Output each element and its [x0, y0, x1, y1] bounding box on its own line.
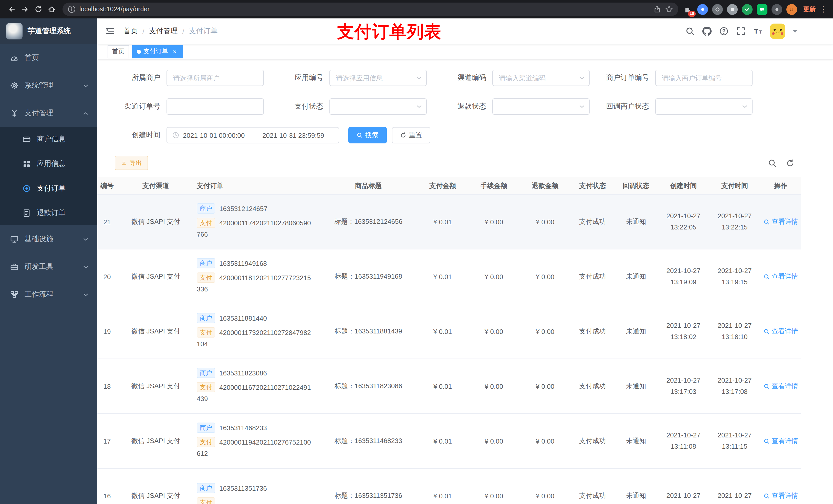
extension-icon[interactable]: [712, 4, 723, 15]
address-bar[interactable]: localhost:1024/pay/order: [63, 3, 678, 16]
sidebar-item-home[interactable]: 首页: [0, 44, 97, 72]
fullscreen-icon[interactable]: [736, 27, 745, 36]
back-icon[interactable]: [5, 3, 19, 16]
action-cell: 查看详情: [760, 249, 801, 304]
view-detail-link[interactable]: 查看详情: [763, 327, 798, 336]
app-id-select[interactable]: [329, 70, 427, 86]
create-time-range-picker[interactable]: 2021-10-01 00:00:00 - 2021-10-31 23:59:5…: [166, 127, 339, 143]
pay-tag: 支付: [197, 272, 215, 283]
extension-icon[interactable]: [697, 4, 708, 15]
refund-status-select[interactable]: [492, 98, 590, 115]
create-time: 13:19:09: [670, 277, 696, 288]
pay-amount: ¥ 0.01: [417, 414, 468, 468]
active-dot: [137, 49, 141, 53]
pay-date: 2021-10-27: [718, 211, 752, 222]
pay-order-cell: 商户1635311468233 支付4200001194202110276752…: [192, 414, 320, 468]
merchant-filter-input[interactable]: [166, 70, 264, 86]
extension-icon[interactable]: [771, 4, 782, 15]
reset-button[interactable]: 重置: [392, 127, 430, 143]
view-detail-link[interactable]: 查看详情: [763, 436, 798, 446]
notify-status: 未通知: [614, 249, 658, 304]
merchant-order-no: 1635311351736: [219, 484, 267, 492]
channel-code-select[interactable]: [492, 70, 590, 86]
refresh-icon[interactable]: [786, 159, 794, 167]
browser-menu-icon[interactable]: ⋮: [819, 5, 828, 14]
help-icon[interactable]: [719, 27, 729, 36]
filter-label: 回调商户状态: [594, 102, 649, 111]
pay-channel: 微信 JSAPI 支付: [120, 195, 192, 249]
navbar: 首页 / 支付管理 / 支付订单 TT: [97, 19, 833, 44]
view-detail-link[interactable]: 查看详情: [763, 272, 798, 281]
tab-pay-order[interactable]: 支付订单 ×: [132, 45, 183, 58]
goods-title: 标题：1635311823086: [320, 359, 417, 413]
col-header-pay-time: 支付时间: [709, 177, 760, 194]
sidebar-item-devtools[interactable]: 研发工具: [0, 253, 97, 281]
pay-channel: 微信 JSAPI 支付: [120, 469, 192, 504]
user-avatar[interactable]: [770, 24, 785, 39]
create-time-cell: 2021-10-27 13:19:09: [658, 249, 709, 304]
extension-chat-icon[interactable]: [757, 4, 767, 15]
extensions-puzzle-icon[interactable]: 10: [682, 4, 693, 15]
extension-check-icon[interactable]: [742, 4, 753, 15]
hide-search-icon[interactable]: [768, 159, 777, 167]
view-detail-link[interactable]: 查看详情: [763, 491, 798, 500]
close-icon[interactable]: ×: [171, 48, 178, 55]
goods-title: 标题：1635311351736: [320, 469, 417, 504]
search-icon[interactable]: [686, 27, 695, 36]
github-icon[interactable]: [703, 27, 712, 36]
pay-status: 支付成功: [571, 469, 614, 504]
merchant-order-no-input[interactable]: [655, 70, 753, 86]
bookmark-star-icon[interactable]: [665, 5, 673, 13]
filter-label: 商户订单编号: [594, 73, 649, 82]
sidebar-item-refund-order[interactable]: 退款订单: [0, 201, 97, 225]
sidebar-item-payment[interactable]: 支付管理: [0, 99, 97, 127]
avatar-caret-icon[interactable]: [793, 30, 797, 32]
search-button[interactable]: 搜索: [348, 127, 387, 143]
site-info-icon[interactable]: [68, 5, 76, 13]
extension-icon[interactable]: [727, 4, 738, 15]
sidebar-item-workflow[interactable]: 工作流程: [0, 281, 97, 308]
export-button[interactable]: 导出: [115, 156, 148, 170]
forward-icon[interactable]: [19, 3, 32, 16]
filter-label: 所属商户: [105, 73, 160, 82]
order-id: 20: [97, 249, 120, 304]
table-header: 编号 支付渠道 支付订单 商品标题 支付金额 手续金额 退款金额 支付状态 回调…: [97, 177, 801, 195]
goods-title: 标题：1635311949168: [320, 249, 417, 304]
sidebar-item-pay-order[interactable]: 支付订单: [0, 176, 97, 201]
create-date: 2021-10-27: [667, 265, 700, 277]
tab-home[interactable]: 首页: [108, 45, 129, 58]
sidebar-item-merchant-info[interactable]: 商户信息: [0, 127, 97, 152]
channel-order-no-input[interactable]: [166, 98, 264, 115]
date-start: 2021-10-01 00:00:00: [183, 131, 245, 139]
font-size-icon[interactable]: TT: [753, 27, 762, 36]
browser-update-button[interactable]: 更新: [803, 5, 815, 14]
breadcrumb-home[interactable]: 首页: [123, 27, 138, 36]
view-detail-link[interactable]: 查看详情: [763, 217, 798, 226]
pay-status: 支付成功: [571, 304, 614, 359]
pay-tag: 支付: [197, 218, 215, 228]
sidebar-item-infra[interactable]: 基础设施: [0, 225, 97, 253]
sidebar-item-system[interactable]: 系统管理: [0, 72, 97, 99]
breadcrumb-separator: /: [142, 27, 144, 35]
app-logo[interactable]: 芋道管理系统: [0, 19, 97, 44]
sidebar-item-label: 支付订单: [37, 184, 66, 193]
page-content: 所属商户 应用编号 渠道编码 商户订单编号: [97, 59, 833, 504]
pay-time: 13:17:08: [721, 386, 747, 398]
pay-status-select[interactable]: [329, 98, 427, 115]
notify-status-select[interactable]: [655, 98, 753, 115]
hamburger-icon[interactable]: [105, 26, 115, 37]
col-header-notify: 回调状态: [614, 177, 658, 194]
col-header-status: 支付状态: [571, 177, 614, 194]
pay-order-cell: 商户1635311881440 支付4200001173202110272847…: [192, 304, 320, 359]
breadcrumb-payment[interactable]: 支付管理: [149, 27, 178, 36]
url-text[interactable]: localhost:1024/pay/order: [79, 6, 649, 13]
reload-icon[interactable]: [32, 3, 45, 16]
profile-avatar[interactable]: [786, 4, 797, 15]
table-row: 16 微信 JSAPI 支付 商户1635311351736 支付 标题：163…: [97, 469, 801, 504]
view-detail-link[interactable]: 查看详情: [763, 382, 798, 391]
sidebar-item-app-info[interactable]: 应用信息: [0, 152, 97, 176]
filter-label: 退款状态: [431, 102, 486, 111]
table-row: 20 微信 JSAPI 支付 商户1635311949168 支付4200001…: [97, 249, 801, 304]
home-icon[interactable]: [45, 3, 58, 16]
share-icon[interactable]: [653, 5, 661, 13]
